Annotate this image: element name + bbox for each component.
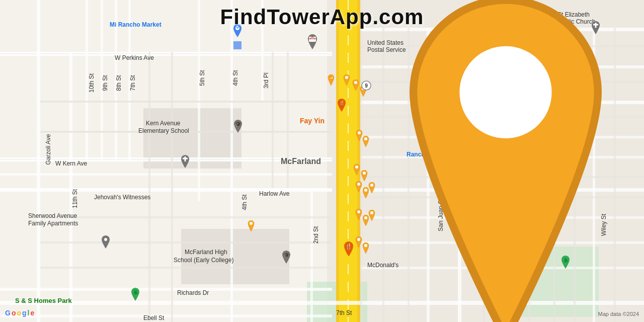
svg-text:🍴: 🍴 (345, 243, 352, 250)
svg-rect-44 (40, 216, 332, 218)
svg-point-91 (357, 183, 360, 186)
svg-point-83 (345, 76, 348, 79)
pin-tower-2[interactable] (342, 74, 351, 86)
svg-rect-45 (40, 242, 332, 244)
google-letter-o2: o (17, 309, 21, 317)
svg-point-101 (250, 222, 253, 225)
svg-point-94 (357, 210, 360, 213)
svg-rect-6 (181, 229, 289, 284)
pin-tower-1[interactable]: 📶 (327, 74, 336, 86)
google-logo: Google (5, 309, 34, 317)
svg-rect-19 (0, 288, 332, 291)
svg-text:🎓: 🎓 (284, 252, 290, 258)
svg-rect-27 (115, 0, 117, 161)
google-letter-e: e (30, 309, 34, 317)
pin-sherwood (100, 235, 111, 249)
svg-rect-16 (0, 188, 332, 192)
svg-rect-32 (310, 188, 313, 322)
svg-text:🎓: 🎓 (235, 121, 242, 127)
google-letter-g2: g (22, 309, 27, 317)
svg-point-87 (358, 131, 361, 134)
google-letter-l: l (28, 309, 30, 317)
map-container: FindTowerApp.com McFarland W Perkins Ave… (0, 0, 644, 322)
svg-rect-63 (360, 0, 362, 322)
svg-rect-48 (171, 52, 173, 322)
pin-tower-18[interactable] (367, 0, 644, 322)
svg-point-85 (354, 81, 357, 84)
svg-rect-21 (0, 173, 332, 176)
svg-text:🌲: 🌲 (133, 289, 139, 295)
svg-text:🍴: 🍴 (339, 100, 345, 106)
svg-rect-20 (0, 314, 332, 317)
pin-mcdonalds[interactable]: 🍴 (342, 242, 355, 257)
svg-rect-64 (233, 41, 242, 49)
svg-point-97 (357, 238, 360, 241)
svg-text:9: 9 (365, 83, 368, 89)
svg-rect-49 (272, 52, 274, 188)
svg-rect-72 (183, 158, 188, 159)
svg-rect-28 (128, 0, 131, 161)
badge-9: 9 (361, 80, 371, 91)
svg-rect-24 (69, 52, 72, 322)
svg-point-89 (355, 166, 358, 169)
svg-rect-30 (230, 0, 233, 322)
pin-jehovahs (180, 155, 191, 168)
pin-usps (306, 34, 319, 49)
svg-rect-23 (37, 0, 40, 322)
svg-rect-47 (148, 52, 150, 322)
svg-rect-50 (287, 52, 289, 188)
svg-rect-26 (101, 0, 103, 161)
site-title: FindTowerApp.com (220, 5, 424, 29)
google-letter-g: G (5, 309, 11, 317)
svg-point-73 (104, 238, 107, 241)
svg-rect-25 (86, 0, 88, 161)
pin-ss-homes: 🌲 (130, 288, 141, 301)
svg-point-90 (363, 172, 366, 175)
svg-point-99 (459, 46, 551, 138)
pin-fay-yin[interactable]: 🍴 (336, 99, 347, 112)
pin-mcfarland-high: 🎓 (281, 251, 292, 264)
svg-rect-46 (40, 267, 332, 269)
map-data-copyright: Map data ©2024 (598, 311, 639, 317)
google-letter-o1: o (12, 309, 16, 317)
pin-square-blue (233, 41, 242, 49)
pin-tower-food1[interactable] (247, 220, 256, 231)
pin-kern-elementary: 🎓 (232, 120, 244, 133)
svg-text:📶: 📶 (329, 75, 334, 80)
